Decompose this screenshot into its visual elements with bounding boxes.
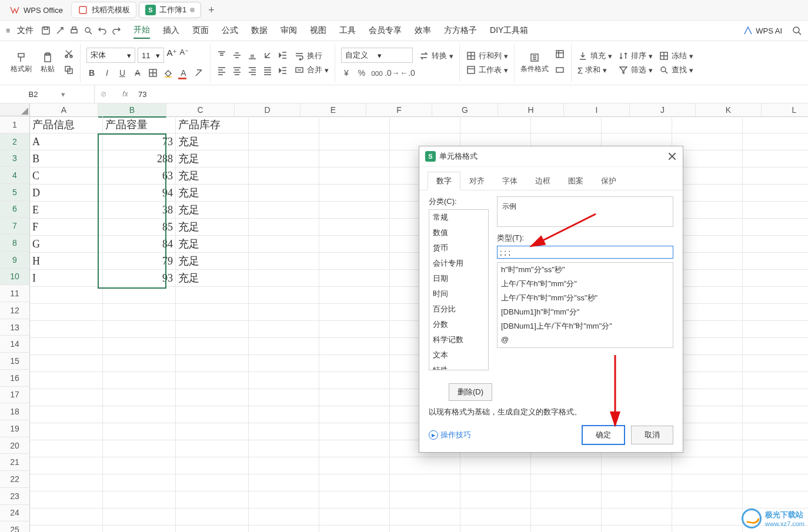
- cell[interactable]: [743, 440, 808, 457]
- category-item[interactable]: 科学记数: [429, 332, 488, 347]
- col-header[interactable]: A: [30, 103, 98, 117]
- cell[interactable]: [743, 321, 808, 338]
- cell[interactable]: [103, 389, 176, 406]
- find-button[interactable]: 查找▾: [659, 65, 693, 75]
- cell[interactable]: [672, 457, 743, 474]
- cell[interactable]: [249, 406, 319, 423]
- cell[interactable]: 充足: [176, 202, 249, 219]
- cell[interactable]: [249, 440, 319, 457]
- category-list[interactable]: 常规数值货币会计专用日期时间百分比分数科学记数文本特殊自定义: [429, 209, 489, 370]
- category-item[interactable]: 数值: [429, 225, 488, 240]
- strike-icon[interactable]: A: [132, 68, 143, 78]
- cell[interactable]: [743, 474, 808, 491]
- menu-7[interactable]: 工具: [339, 25, 356, 36]
- align-middle-icon[interactable]: [232, 50, 242, 61]
- cell[interactable]: 充足: [176, 270, 249, 287]
- cell[interactable]: [319, 338, 390, 355]
- cell[interactable]: 85: [103, 219, 176, 236]
- cell[interactable]: [30, 304, 103, 321]
- cell[interactable]: [743, 253, 808, 270]
- cell[interactable]: [743, 185, 808, 202]
- menu-4[interactable]: 数据: [251, 25, 268, 36]
- close-icon[interactable]: [667, 152, 677, 161]
- cell[interactable]: E: [30, 202, 103, 219]
- cell[interactable]: [390, 526, 460, 532]
- col-header[interactable]: J: [630, 103, 696, 117]
- cell[interactable]: [672, 526, 743, 532]
- row-header[interactable]: 25: [0, 521, 30, 532]
- cell[interactable]: [743, 406, 808, 423]
- cell[interactable]: [30, 406, 103, 423]
- cell[interactable]: 充足: [176, 253, 249, 270]
- cell[interactable]: [319, 508, 390, 526]
- cell[interactable]: A: [30, 133, 103, 150]
- cell[interactable]: [319, 270, 390, 287]
- format-item[interactable]: ###: [498, 346, 673, 348]
- category-item[interactable]: 特殊: [429, 363, 488, 370]
- orientation-icon[interactable]: [262, 50, 273, 61]
- cell[interactable]: [743, 457, 808, 474]
- font-size-select[interactable]: 11▾: [138, 48, 164, 63]
- row-header[interactable]: 5: [0, 184, 30, 201]
- cell[interactable]: [176, 457, 249, 474]
- cell[interactable]: [249, 150, 319, 168]
- cell[interactable]: [319, 287, 390, 304]
- cell[interactable]: [103, 304, 176, 321]
- worksheet-button[interactable]: 工作表▾: [466, 65, 508, 75]
- format-painter-button[interactable]: 格式刷: [11, 52, 32, 74]
- cell[interactable]: [176, 508, 249, 526]
- cell[interactable]: [249, 270, 319, 287]
- cell[interactable]: [176, 423, 249, 440]
- paste-button[interactable]: 粘贴: [38, 52, 58, 74]
- menu-10[interactable]: 方方格子: [444, 25, 477, 36]
- cell[interactable]: [319, 526, 390, 532]
- copy-icon[interactable]: [64, 65, 74, 77]
- cell[interactable]: [249, 389, 319, 406]
- dialog-tab[interactable]: 数字: [428, 172, 460, 190]
- col-header[interactable]: H: [498, 103, 564, 117]
- undo-icon[interactable]: [97, 25, 108, 36]
- cell-style-icon[interactable]: [555, 65, 565, 77]
- cell[interactable]: [249, 355, 319, 372]
- col-header[interactable]: L: [762, 103, 808, 117]
- cell[interactable]: 产品库存: [176, 116, 249, 133]
- cell[interactable]: [390, 491, 460, 508]
- sum-button[interactable]: Σ求和▾: [577, 65, 612, 75]
- cell[interactable]: [602, 474, 672, 491]
- currency-icon[interactable]: ¥: [341, 68, 352, 78]
- cell[interactable]: [249, 474, 319, 491]
- print-icon[interactable]: [69, 25, 79, 36]
- col-header[interactable]: E: [301, 103, 366, 117]
- row-header[interactable]: 19: [0, 420, 30, 437]
- cell[interactable]: [176, 440, 249, 457]
- bold-icon[interactable]: B: [86, 68, 97, 78]
- cell[interactable]: [743, 133, 808, 150]
- indent-dec-icon[interactable]: [278, 50, 288, 61]
- cell[interactable]: [176, 406, 249, 423]
- menu-trigram-icon[interactable]: ≡: [6, 26, 10, 35]
- cell[interactable]: 充足: [176, 150, 249, 168]
- cell[interactable]: [103, 338, 176, 355]
- cell[interactable]: [249, 202, 319, 219]
- cell[interactable]: [103, 321, 176, 338]
- cond-format-button[interactable]: 条件格式: [520, 52, 549, 74]
- row-header[interactable]: 9: [0, 252, 30, 269]
- cell[interactable]: [319, 168, 390, 185]
- row-header[interactable]: 11: [0, 285, 30, 302]
- cell[interactable]: [249, 185, 319, 202]
- dialog-tab[interactable]: 字体: [493, 172, 526, 190]
- category-item[interactable]: 百分比: [429, 302, 488, 317]
- cell[interactable]: 38: [103, 202, 176, 219]
- wps-ai-button[interactable]: WPS AI: [743, 25, 782, 36]
- cell[interactable]: [30, 440, 103, 457]
- cell[interactable]: [249, 423, 319, 440]
- cell[interactable]: [743, 202, 808, 219]
- name-box[interactable]: B2 ▾: [0, 85, 95, 103]
- cell[interactable]: [672, 116, 743, 133]
- dialog-tab[interactable]: 边框: [526, 172, 559, 190]
- cell[interactable]: [103, 355, 176, 372]
- dialog-tab[interactable]: 保护: [592, 172, 625, 190]
- cell[interactable]: [743, 304, 808, 321]
- cell[interactable]: [743, 219, 808, 236]
- cell[interactable]: [319, 440, 390, 457]
